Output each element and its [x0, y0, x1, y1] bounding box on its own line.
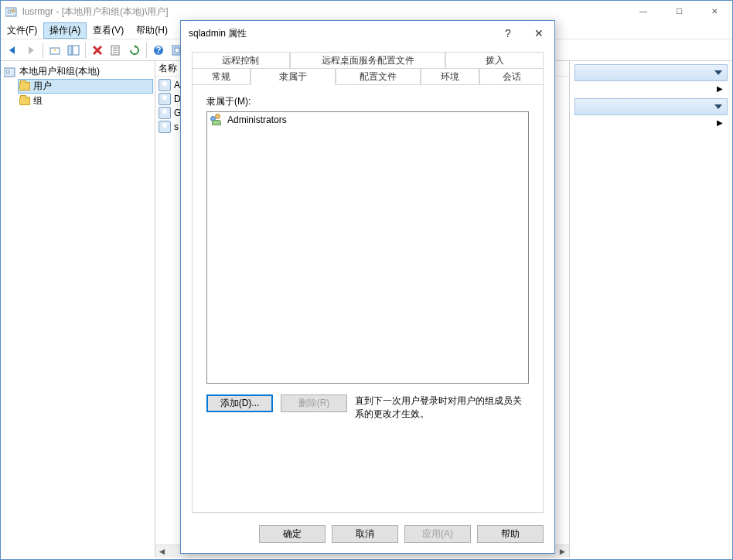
group-row[interactable]: Administrators	[207, 112, 528, 128]
svg-text:?: ?	[155, 45, 161, 56]
chevron-right-icon: ▶	[717, 118, 723, 127]
add-button[interactable]: 添加(D)...	[206, 394, 273, 412]
actions-header-1[interactable]	[574, 64, 728, 81]
apply-button[interactable]: 应用(A)	[404, 525, 471, 543]
ok-button[interactable]: 确定	[259, 525, 326, 543]
menu-view[interactable]: 查看(V)	[87, 22, 130, 39]
svg-point-2	[12, 9, 14, 12]
tab-row-2: 常规 隶属于 配置文件 环境 会话	[192, 68, 544, 85]
memberof-listbox[interactable]: Administrators	[206, 111, 529, 384]
properties-dialog: sqladmin 属性 ? ✕ 远程控制 远程桌面服务配置文件 拨入 常规 隶属…	[180, 20, 555, 554]
properties-icon[interactable]	[107, 42, 124, 59]
app-icon	[5, 5, 18, 18]
svg-rect-5	[73, 46, 79, 55]
user-icon	[159, 107, 171, 119]
user-icon	[159, 79, 171, 91]
up-icon[interactable]	[46, 42, 63, 59]
user-icon	[159, 121, 171, 133]
dialog-close-button[interactable]: ✕	[523, 21, 554, 46]
back-icon[interactable]	[4, 42, 21, 59]
tree-groups-label: 组	[33, 94, 43, 108]
show-hide-tree-icon[interactable]	[65, 42, 82, 59]
tree-root[interactable]: 本地用户和组(本地)	[2, 64, 153, 79]
refresh-icon[interactable]	[126, 42, 143, 59]
memberof-label: 隶属于(M):	[206, 95, 529, 108]
dialog-footer: 确定 取消 应用(A) 帮助	[181, 514, 554, 553]
toolbar-separator	[85, 43, 86, 58]
tab-sessions[interactable]: 会话	[479, 68, 544, 85]
tree-node-groups[interactable]: 组	[18, 94, 153, 108]
delete-icon[interactable]	[89, 42, 106, 59]
collapse-triangle-icon	[714, 70, 722, 75]
scroll-right-icon[interactable]: ►	[556, 545, 569, 558]
main-titlebar: lusrmgr - [本地用户和组(本地)\用户] — ☐ ✕	[1, 1, 732, 22]
folder-icon	[19, 82, 30, 90]
computer-mgmt-icon	[4, 66, 16, 78]
tab-member-of[interactable]: 隶属于	[251, 68, 336, 85]
close-button[interactable]: ✕	[697, 1, 732, 22]
scroll-left-icon[interactable]: ◄	[155, 545, 169, 558]
svg-rect-13	[175, 48, 179, 53]
memberof-button-row: 添加(D)... 删除(R) 直到下一次用户登录时对用户的组成员关系的更改才生效…	[206, 394, 529, 421]
toolbar-separator	[43, 43, 43, 58]
tree-node-users[interactable]: 用户	[18, 79, 153, 94]
window-buttons: — ☐ ✕	[626, 1, 732, 22]
actions-item[interactable]: ▶	[574, 81, 728, 95]
tree-pane[interactable]: 本地用户和组(本地) 用户 组	[1, 61, 155, 558]
svg-point-15	[6, 70, 9, 73]
window-title: lusrmgr - [本地用户和组(本地)\用户]	[22, 5, 626, 19]
maximize-button[interactable]: ☐	[661, 1, 697, 22]
dialog-help-footer-button[interactable]: 帮助	[477, 525, 544, 543]
dialog-titlebar: sqladmin 属性 ? ✕	[181, 21, 554, 46]
tab-remote-control[interactable]: 远程控制	[192, 52, 290, 69]
tab-general[interactable]: 常规	[192, 68, 251, 85]
actions-header-2[interactable]	[574, 98, 728, 115]
tab-row-1: 远程控制 远程桌面服务配置文件 拨入	[192, 52, 544, 69]
svg-point-1	[8, 10, 11, 13]
chevron-right-icon: ▶	[717, 84, 723, 93]
collapse-triangle-icon	[714, 104, 722, 109]
toolbar-separator	[146, 43, 147, 58]
actions-item[interactable]: ▶	[574, 115, 728, 129]
tab-rds-profile[interactable]: 远程桌面服务配置文件	[290, 52, 446, 69]
menu-help[interactable]: 帮助(H)	[130, 22, 174, 39]
tree-users-label: 用户	[33, 80, 52, 93]
dialog-body: 远程控制 远程桌面服务配置文件 拨入 常规 隶属于 配置文件 环境 会话 隶属于…	[181, 46, 554, 514]
tree-root-label: 本地用户和组(本地)	[19, 65, 100, 78]
tab-dialin[interactable]: 拨入	[445, 52, 544, 69]
tab-profile[interactable]: 配置文件	[336, 68, 421, 85]
tab-panel: 隶属于(M): Administrators 添加(D)... 删除(R) 直到…	[192, 84, 544, 513]
col-name-header: 名称	[159, 62, 177, 75]
group-name: Administrators	[227, 114, 287, 125]
tab-environment[interactable]: 环境	[421, 68, 479, 85]
menu-action[interactable]: 操作(A)	[43, 22, 87, 39]
folder-icon	[19, 97, 30, 105]
group-icon	[210, 114, 223, 126]
dialog-title: sqladmin 属性	[189, 27, 493, 40]
cancel-button[interactable]: 取消	[332, 525, 398, 543]
help-icon[interactable]: ?	[150, 42, 167, 59]
forward-icon[interactable]	[22, 42, 39, 59]
menu-file[interactable]: 文件(F)	[1, 22, 43, 39]
minimize-button[interactable]: —	[626, 1, 661, 22]
memberof-note: 直到下一次用户登录时对用户的组成员关系的更改才生效。	[355, 394, 529, 421]
svg-rect-4	[68, 46, 72, 55]
user-icon	[159, 93, 171, 105]
actions-pane: ▶ ▶	[570, 61, 732, 558]
remove-button[interactable]: 删除(R)	[281, 394, 347, 412]
dialog-help-button[interactable]: ?	[493, 21, 523, 46]
